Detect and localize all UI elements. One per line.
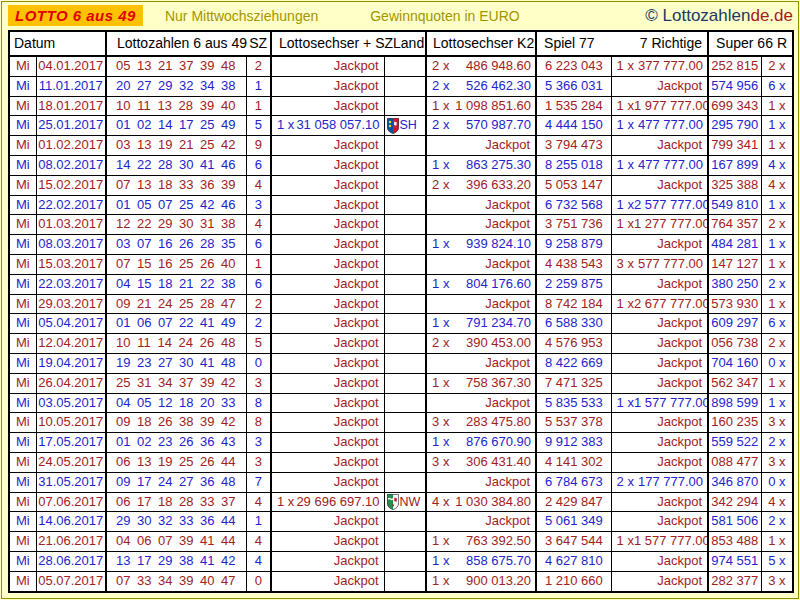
land-cell (384, 76, 426, 96)
header-k2: Lottosechser K2 (426, 31, 536, 56)
richtige7-cell: Jackpot (611, 334, 708, 354)
r6-cell: 1 x (761, 532, 793, 552)
quota-value: 1 x876 670.90 (427, 433, 535, 452)
table-row: Mi15.02.20170713183336394Jackpot2 x396 6… (9, 175, 793, 195)
land-flag-group: SH (385, 116, 426, 135)
super6-cell: 559 522 (708, 433, 761, 453)
spiel77-cell: 4 141 302 (536, 452, 611, 472)
lotto-numbers: 293032333644 (107, 512, 246, 531)
header-datum: Datum (9, 31, 106, 56)
superzahl-cell: 3 (246, 195, 271, 215)
sechser-sz-cell: 1 x29 696 697.10 (271, 492, 384, 512)
results-table: Datum Lottozahlen 6 aus 49 SZ Lottosechs… (8, 30, 794, 593)
jackpot-label: Jackpot (272, 295, 384, 314)
date-cell: 19.04.2017 (36, 353, 106, 373)
lotto-number: 14 (158, 116, 172, 135)
lotto-numbers-cell: 092124252847 (106, 294, 246, 314)
sechser-sz-cell: Jackpot (271, 215, 384, 235)
table-row: Mi08.03.20170307162628356Jackpot1 x939 8… (9, 235, 793, 255)
weekday-cell: Mi (9, 254, 36, 274)
lotto-number: 17 (179, 116, 193, 135)
sechser-k2-cell: Jackpot (426, 472, 536, 492)
land-label: NW (400, 493, 421, 512)
winner-count: 4 x (432, 493, 449, 512)
lotto-number: 04 (116, 394, 130, 413)
lotto-number: 48 (221, 57, 235, 76)
sechser-sz-cell: Jackpot (271, 532, 384, 552)
date-cell: 24.05.2017 (36, 452, 106, 472)
lotto-number: 12 (116, 215, 130, 234)
richtige7-cell: 3 x577 777.00 (611, 254, 708, 274)
lotto-number: 23 (158, 433, 172, 452)
weekday-cell: Mi (9, 215, 36, 235)
jackpot-label: Jackpot (272, 413, 384, 432)
richtige7-cell: Jackpot (611, 373, 708, 393)
sechser-k2-cell: Jackpot (426, 353, 536, 373)
sechser-k2-cell: 1 x763 392.50 (426, 532, 536, 552)
winner-count: 1 x (617, 532, 634, 551)
header-super6-6r: Super 6 6 R (708, 31, 793, 56)
super6-cell: 167 899 (708, 155, 761, 175)
lotto-number: 32 (158, 512, 172, 531)
lotto-number: 05 (137, 196, 151, 215)
date-cell: 04.01.2017 (36, 56, 106, 76)
sechser-k2-cell: 2 x570 987.70 (426, 116, 536, 136)
lotto-numbers: 091724273648 (107, 473, 246, 492)
jackpot-label: Jackpot (272, 334, 384, 353)
richtige7-cell: 1 x2 577 777.00 (611, 195, 708, 215)
winner-count: 2 x (432, 116, 449, 135)
lotto-number: 28 (179, 97, 193, 116)
weekday-cell: Mi (9, 116, 36, 136)
lotto-number: 15 (137, 275, 151, 294)
header-sz: SZ (249, 32, 267, 55)
header-lottozahlen-sz: Lottozahlen 6 aus 49 SZ (106, 31, 271, 56)
jackpot-label: Jackpot (272, 354, 384, 373)
superzahl-cell: 2 (246, 314, 271, 334)
spiel77-cell: 5 061 349 (536, 512, 611, 532)
copyright-link[interactable]: © Lottozahlende.de (645, 6, 793, 26)
winner-count: 1 x (617, 57, 634, 76)
winner-count: 2 x (432, 57, 449, 76)
superzahl-cell: 4 (246, 532, 271, 552)
lotto-number: 41 (200, 552, 214, 571)
jackpot-label: Jackpot (612, 453, 708, 472)
lotto-numbers-cell: 010507254246 (106, 195, 246, 215)
header-land: Land (393, 32, 424, 55)
lotto-number: 24 (158, 473, 172, 492)
lotto-number: 34 (200, 77, 214, 96)
lotto-number: 40 (221, 97, 235, 116)
richtige7-cell: Jackpot (611, 314, 708, 334)
lotto-number: 07 (116, 572, 130, 591)
lotto-number: 38 (179, 413, 193, 432)
lotto-number: 10 (116, 97, 130, 116)
superzahl-cell: 2 (246, 56, 271, 76)
jackpot-label: Jackpot (272, 235, 384, 254)
richtige7-cell: Jackpot (611, 175, 708, 195)
date-cell: 18.01.2017 (36, 96, 106, 116)
land-cell (384, 532, 426, 552)
richtige7-cell: 1 x477 777.00 (611, 155, 708, 175)
land-cell (384, 215, 426, 235)
table-row: Mi07.06.201706171828333741 x29 696 697.1… (9, 492, 793, 512)
quota-value: 1 x377 777.00 (612, 57, 708, 76)
jackpot-label: Jackpot (612, 275, 708, 294)
jackpot-label: Jackpot (272, 532, 384, 551)
lotto-number: 17 (137, 473, 151, 492)
table-row: Mi29.03.20170921242528472JackpotJackpot8… (9, 294, 793, 314)
date-cell: 07.06.2017 (36, 492, 106, 512)
lotto-numbers-cell: 253134373942 (106, 373, 246, 393)
lotto-number: 05 (137, 394, 151, 413)
superzahl-cell: 6 (246, 235, 271, 255)
weekday-cell: Mi (9, 492, 36, 512)
land-cell (384, 274, 426, 294)
lotto-number: 42 (221, 413, 235, 432)
sechser-k2-cell: Jackpot (426, 512, 536, 532)
lotto-number: 38 (221, 215, 235, 234)
r6-cell: 1 x (761, 116, 793, 136)
quota-value: 4 x1 030 384.80 (427, 493, 535, 512)
lotto-numbers-cell: 091826383942 (106, 413, 246, 433)
lotto-number: 03 (116, 235, 130, 254)
superzahl-cell: 0 (246, 571, 271, 591)
jackpot-label: Jackpot (272, 552, 384, 571)
lotto-number: 03 (116, 136, 130, 155)
